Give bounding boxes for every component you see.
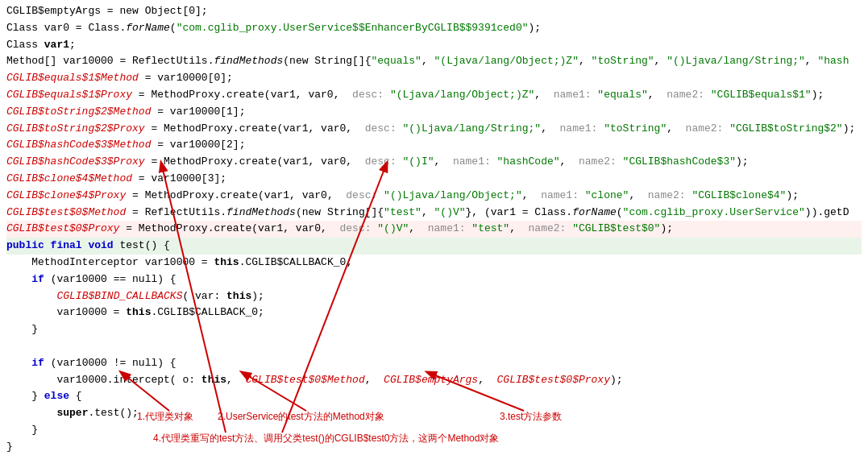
annotation-4: 4.代理类重写的test方法、调用父类test()的CGLIB$test0方法，… [153, 432, 499, 445]
line-13: CGLIB$test$0$Method = ReflectUtils.findM… [6, 205, 862, 222]
line-15: public final void test() { [6, 238, 862, 255]
line-1: CGLIB$emptyArgs = new Object[0]; [6, 3, 862, 20]
line-3: Class var1; [6, 37, 862, 54]
line-20: } [6, 321, 862, 338]
annotation-2: 2.UserService的test方法的Method对象 [218, 410, 384, 424]
line-14: CGLIB$test$0$Proxy = MethodProxy.create(… [6, 221, 862, 238]
line-16: MethodInterceptor var10000 = this.CGLIB$… [6, 255, 862, 271]
line-10: CGLIB$hashCode$3$Proxy = MethodProxy.cre… [6, 154, 862, 171]
line-5: CGLIB$equals$1$Method = var10000[0]; [6, 70, 862, 87]
line-8: CGLIB$toString$2$Proxy = MethodProxy.cre… [6, 121, 862, 138]
code-container: CGLIB$emptyArgs = new Object[0]; Class v… [0, 0, 868, 468]
line-9: CGLIB$hashCode$3$Method = var10000[2]; [6, 137, 862, 154]
code-block: CGLIB$emptyArgs = new Object[0]; Class v… [0, 0, 868, 459]
line-12: CGLIB$clone$4$Proxy = MethodProxy.create… [6, 188, 862, 205]
line-7: CGLIB$toString$2$Method = var10000[1]; [6, 104, 862, 121]
line-21 [6, 338, 862, 355]
line-2: Class var0 = Class.forName("com.cglib_pr… [6, 20, 862, 37]
line-25: super.test(); [6, 405, 862, 422]
annotation-1: 1.代理类对象 [137, 410, 193, 424]
line-17: if (var10000 == null) { [6, 271, 862, 288]
line-23: var10000.intercept( o: this, CGLIB$test$… [6, 372, 862, 389]
line-19: var10000 = this.CGLIB$CALLBACK_0; [6, 304, 862, 321]
line-6: CGLIB$equals$1$Proxy = MethodProxy.creat… [6, 87, 862, 104]
line-11: CGLIB$clone$4$Method = var10000[3]; [6, 171, 862, 188]
line-4: Method[] var10000 = ReflectUtils.findMet… [6, 53, 862, 70]
line-22: if (var10000 != null) { [6, 355, 862, 372]
line-18: CGLIB$BIND_CALLBACKS( var: this); [6, 288, 862, 305]
annotation-3: 3.test方法参数 [500, 410, 562, 424]
line-24: } else { [6, 388, 862, 405]
